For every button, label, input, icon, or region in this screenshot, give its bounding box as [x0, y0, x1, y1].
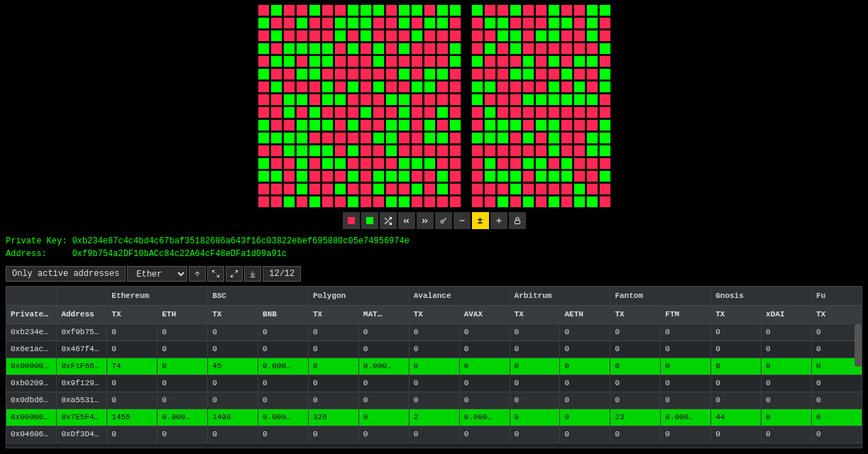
- bit-cell[interactable]: [599, 81, 611, 93]
- bit-cell[interactable]: [296, 30, 308, 42]
- bit-cell[interactable]: [599, 157, 611, 170]
- bit-cell[interactable]: [561, 68, 573, 80]
- bit-cell[interactable]: [258, 55, 270, 67]
- bit-cell[interactable]: [586, 183, 598, 195]
- bit-cell[interactable]: [258, 196, 270, 208]
- bit-cell[interactable]: [360, 106, 372, 118]
- bit-cell[interactable]: [484, 94, 496, 106]
- bit-grid-left[interactable]: [258, 4, 461, 208]
- bit-cell[interactable]: [599, 68, 611, 80]
- bit-cell[interactable]: [436, 30, 449, 42]
- bit-cell[interactable]: [535, 81, 547, 93]
- column-header[interactable]: BNB: [258, 305, 309, 323]
- bit-cell[interactable]: [449, 145, 461, 157]
- bit-cell[interactable]: [373, 68, 385, 80]
- bit-cell[interactable]: [586, 55, 598, 67]
- column-header[interactable]: TX: [107, 305, 158, 323]
- bit-cell[interactable]: [424, 196, 436, 208]
- bit-cell[interactable]: [561, 30, 573, 42]
- bit-cell[interactable]: [373, 170, 385, 182]
- bit-cell[interactable]: [510, 157, 522, 170]
- bit-cell[interactable]: [548, 17, 560, 29]
- bit-cell[interactable]: [322, 106, 334, 118]
- bit-cell[interactable]: [484, 43, 496, 55]
- bit-cell[interactable]: [510, 55, 522, 67]
- bit-cell[interactable]: [535, 4, 547, 16]
- bit-cell[interactable]: [497, 94, 509, 106]
- bit-cell[interactable]: [436, 68, 449, 80]
- bit-cell[interactable]: [258, 106, 270, 118]
- bit-cell[interactable]: [436, 17, 449, 29]
- bit-cell[interactable]: [360, 145, 372, 157]
- bit-cell[interactable]: [373, 94, 385, 106]
- bit-cell[interactable]: [573, 145, 586, 157]
- bit-cell[interactable]: [548, 68, 560, 80]
- bit-cell[interactable]: [385, 94, 397, 106]
- bit-cell[interactable]: [322, 170, 334, 182]
- bit-cell[interactable]: [535, 17, 547, 29]
- bit-cell[interactable]: [436, 196, 449, 208]
- bit-cell[interactable]: [522, 94, 534, 106]
- bit-cell[interactable]: [360, 4, 372, 16]
- bit-cell[interactable]: [424, 43, 436, 55]
- minus-button[interactable]: [454, 212, 471, 229]
- bit-cell[interactable]: [373, 81, 385, 93]
- lock-button[interactable]: [509, 212, 526, 229]
- bit-cell[interactable]: [270, 157, 282, 170]
- bit-cell[interactable]: [599, 17, 611, 29]
- bit-cell[interactable]: [599, 4, 611, 16]
- bit-cell[interactable]: [411, 132, 423, 144]
- bit-cell[interactable]: [258, 94, 270, 106]
- bit-cell[interactable]: [424, 119, 436, 131]
- bit-cell[interactable]: [522, 157, 534, 170]
- bit-cell[interactable]: [424, 132, 436, 144]
- bit-cell[interactable]: [334, 4, 346, 16]
- bit-cell[interactable]: [283, 17, 295, 29]
- bit-cell[interactable]: [471, 68, 483, 80]
- bit-cell[interactable]: [484, 196, 496, 208]
- bit-cell[interactable]: [548, 43, 560, 55]
- bit-cell[interactable]: [548, 132, 560, 144]
- bit-cell[interactable]: [398, 170, 410, 182]
- bit-cell[interactable]: [484, 145, 496, 157]
- bit-cell[interactable]: [510, 30, 522, 42]
- bit-cell[interactable]: [270, 17, 282, 29]
- bit-cell[interactable]: [449, 196, 461, 208]
- bit-cell[interactable]: [322, 55, 334, 67]
- bit-cell[interactable]: [270, 183, 282, 195]
- bit-cell[interactable]: [449, 55, 461, 67]
- shuffle-button[interactable]: [380, 212, 397, 229]
- bit-cell[interactable]: [424, 157, 436, 170]
- bit-cell[interactable]: [322, 157, 334, 170]
- bit-cell[interactable]: [449, 183, 461, 195]
- bit-cell[interactable]: [449, 17, 461, 29]
- bit-cell[interactable]: [398, 17, 410, 29]
- bit-cell[interactable]: [283, 43, 295, 55]
- bit-cell[interactable]: [373, 17, 385, 29]
- bit-cell[interactable]: [573, 43, 586, 55]
- bit-cell[interactable]: [548, 30, 560, 42]
- bit-cell[interactable]: [360, 157, 372, 170]
- bit-cell[interactable]: [309, 132, 321, 144]
- bit-cell[interactable]: [283, 119, 295, 131]
- bit-cell[interactable]: [471, 157, 483, 170]
- column-header[interactable]: FTM: [661, 305, 711, 323]
- bit-cell[interactable]: [385, 106, 397, 118]
- bit-cell[interactable]: [535, 68, 547, 80]
- bit-cell[interactable]: [360, 30, 372, 42]
- bit-cell[interactable]: [270, 196, 282, 208]
- bit-cell[interactable]: [586, 132, 598, 144]
- bit-cell[interactable]: [360, 68, 372, 80]
- bit-cell[interactable]: [309, 196, 321, 208]
- red-button[interactable]: [343, 212, 360, 229]
- bit-cell[interactable]: [573, 157, 586, 170]
- bit-cell[interactable]: [411, 196, 423, 208]
- bit-cell[interactable]: [548, 119, 560, 131]
- bit-cell[interactable]: [586, 81, 598, 93]
- bit-cell[interactable]: [599, 145, 611, 157]
- bit-cell[interactable]: [398, 81, 410, 93]
- column-header[interactable]: AETH: [560, 305, 610, 323]
- bit-cell[interactable]: [283, 170, 295, 182]
- bit-cell[interactable]: [411, 55, 423, 67]
- bit-cell[interactable]: [561, 196, 573, 208]
